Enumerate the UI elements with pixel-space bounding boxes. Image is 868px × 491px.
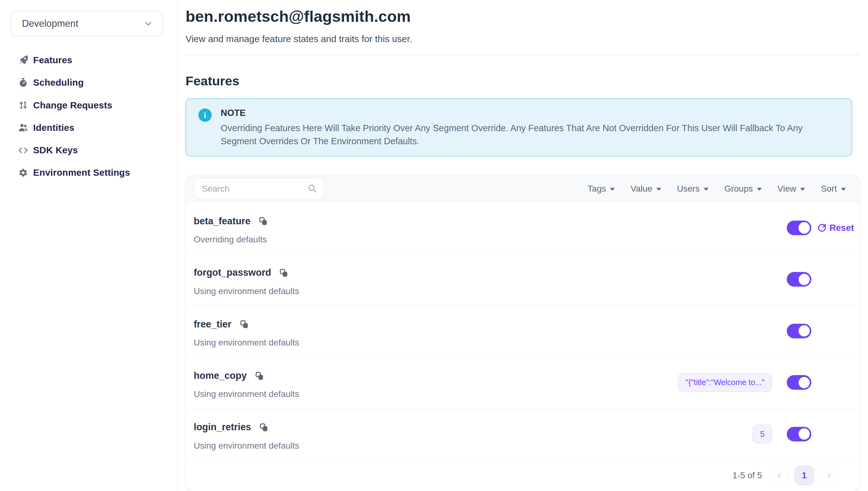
toggle-knob [799, 274, 810, 285]
feature-row: login_retries Using environment defaults… [186, 408, 860, 460]
feature-toggle[interactable] [787, 375, 811, 390]
note-title: NOTE [221, 107, 803, 118]
sidebar-item-environment-settings[interactable]: Environment Settings [0, 162, 178, 184]
filter-label: Users [677, 184, 700, 194]
stopwatch-icon [18, 78, 28, 88]
feature-actions: "{"title":"Welcome to..." [678, 357, 852, 408]
search-icon [307, 183, 318, 196]
filter-dropdown[interactable]: View [777, 184, 805, 194]
filter-dropdown[interactable]: Value [631, 184, 661, 194]
main-content: ben.rometsch@flagsmith.com View and mana… [186, 0, 860, 491]
filter-label: View [777, 184, 796, 194]
reset-slot: Reset [817, 223, 852, 233]
environment-selector[interactable]: Development [10, 10, 163, 36]
sidebar-item-change-requests[interactable]: Change Requests [0, 94, 178, 117]
note-banner: i NOTE Overriding Features Here Will Tak… [186, 98, 852, 156]
toggle-knob [799, 222, 810, 233]
copy-icon[interactable] [259, 423, 269, 432]
feature-status: Overriding defaults [194, 234, 268, 245]
reset-button[interactable]: Reset [817, 223, 854, 233]
filter-label: Tags [588, 184, 606, 194]
sidebar-nav: Features Scheduling Change Requests Iden… [0, 49, 178, 184]
caret-down-icon [610, 188, 615, 191]
sidebar-item-sdk-keys[interactable]: SDK Keys [0, 139, 178, 162]
filter-label: Groups [724, 184, 753, 194]
rocket-icon [18, 55, 28, 65]
code-icon [18, 145, 28, 155]
feature-actions: 5 [752, 408, 852, 460]
info-icon: i [198, 109, 212, 122]
change-requests-icon [18, 100, 28, 110]
feature-status: Using environment defaults [194, 440, 299, 451]
divider [186, 55, 860, 55]
search-wrap [194, 178, 324, 199]
search-input[interactable] [194, 178, 324, 199]
feature-name[interactable]: home_copy [194, 370, 247, 382]
feature-row: free_tier Using environment defaults [186, 305, 860, 357]
feature-toggle[interactable] [787, 272, 811, 287]
feature-name[interactable]: login_retries [194, 421, 251, 433]
note-text-line: Segment Overrides Or The Environment Def… [221, 135, 803, 148]
sidebar-item-label: SDK Keys [33, 145, 78, 155]
feature-toggle[interactable] [787, 221, 811, 235]
copy-icon[interactable] [240, 319, 249, 329]
reset-icon [817, 223, 827, 233]
sidebar-item-scheduling[interactable]: Scheduling [0, 71, 178, 94]
caret-down-icon [656, 188, 661, 191]
environment-selector-value: Development [22, 18, 79, 29]
feature-actions: Reset [787, 202, 852, 253]
feature-name[interactable]: forgot_password [194, 267, 271, 279]
toggle-knob [799, 325, 810, 337]
gear-icon [18, 168, 28, 178]
filter-label: Sort [821, 184, 837, 194]
filter-dropdown[interactable]: Users [677, 184, 709, 194]
pagination: 1-5 of 5 1 [186, 460, 860, 491]
page-number-button[interactable]: 1 [795, 466, 813, 485]
toggle-knob [799, 428, 810, 440]
copy-icon[interactable] [255, 371, 264, 381]
next-page-button[interactable] [819, 466, 838, 485]
sidebar-item-identities[interactable]: Identities [0, 117, 178, 139]
sidebar-item-features[interactable]: Features [0, 49, 178, 71]
sidebar-item-label: Change Requests [33, 100, 113, 111]
feature-row: home_copy Using environment defaults "{"… [186, 357, 860, 408]
copy-icon[interactable] [258, 216, 268, 226]
feature-value-chip[interactable]: 5 [752, 425, 772, 443]
identities-icon [18, 123, 28, 133]
copy-icon[interactable] [279, 268, 289, 278]
caret-down-icon [800, 188, 805, 191]
caret-down-icon [757, 188, 762, 191]
feature-status: Using environment defaults [194, 389, 299, 399]
caret-down-icon [704, 188, 709, 191]
filter-label: Value [631, 184, 652, 194]
chevron-right-icon [825, 472, 833, 479]
chevron-down-icon [143, 19, 154, 29]
feature-actions [787, 254, 852, 305]
page-subtitle: View and manage feature states and trait… [186, 33, 860, 45]
feature-status: Using environment defaults [194, 338, 299, 348]
feature-info: home_copy Using environment defaults [194, 357, 299, 408]
feature-info: free_tier Using environment defaults [194, 305, 299, 356]
feature-name[interactable]: beta_feature [194, 215, 251, 227]
feature-name[interactable]: free_tier [194, 318, 231, 330]
page-title: ben.rometsch@flagsmith.com [186, 7, 860, 26]
features-section-title: Features [186, 74, 860, 88]
sidebar-item-label: Environment Settings [33, 167, 130, 178]
feature-status: Using environment defaults [194, 286, 299, 297]
feature-row: forgot_password Using environment defaul… [186, 254, 860, 305]
filter-dropdown[interactable]: Groups [724, 184, 762, 194]
table-toolbar: Tags Value Users [186, 175, 860, 203]
filter-dropdown[interactable]: Sort [821, 184, 846, 194]
prev-page-button[interactable] [770, 466, 789, 485]
feature-info: forgot_password Using environment defaul… [194, 254, 299, 305]
features-table: Tags Value Users [186, 175, 860, 491]
chevron-left-icon [776, 472, 783, 479]
filter-dropdown[interactable]: Tags [588, 184, 615, 194]
feature-value-chip[interactable]: "{"title":"Welcome to..." [678, 373, 772, 392]
feature-info: login_retries Using environment defaults [194, 408, 299, 460]
page: Development Features Scheduling [0, 0, 868, 491]
sidebar: Development Features Scheduling [0, 0, 178, 491]
feature-toggle[interactable] [787, 427, 811, 441]
reset-label: Reset [829, 223, 854, 233]
feature-toggle[interactable] [787, 324, 811, 338]
